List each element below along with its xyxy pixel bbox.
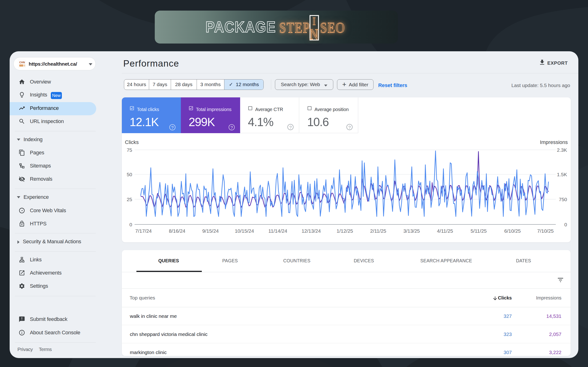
- svg-text:8/16/24: 8/16/24: [169, 228, 185, 234]
- svg-text:750: 750: [559, 197, 567, 202]
- svg-text:Clicks: Clicks: [125, 139, 139, 145]
- svg-text:7/10/25: 7/10/25: [537, 228, 554, 234]
- svg-text:0: 0: [564, 222, 567, 227]
- svg-text:10/15/24: 10/15/24: [235, 228, 254, 234]
- svg-text:2/11/25: 2/11/25: [370, 228, 386, 234]
- svg-text:25: 25: [127, 197, 132, 202]
- svg-text:0: 0: [129, 222, 132, 227]
- svg-text:4/11/25: 4/11/25: [437, 228, 453, 234]
- svg-text:7/17/24: 7/17/24: [135, 228, 152, 234]
- svg-text:Impressions: Impressions: [540, 139, 568, 145]
- svg-text:2.3K: 2.3K: [557, 147, 567, 153]
- svg-text:1/12/25: 1/12/25: [337, 228, 353, 234]
- svg-text:9/15/24: 9/15/24: [202, 228, 219, 234]
- svg-text:75: 75: [127, 147, 132, 153]
- svg-text:3/13/25: 3/13/25: [403, 228, 420, 234]
- svg-text:11/14/24: 11/14/24: [268, 228, 287, 234]
- svg-text:50: 50: [127, 172, 132, 177]
- svg-text:1.5K: 1.5K: [557, 172, 567, 177]
- svg-text:5/11/25: 5/11/25: [471, 228, 487, 234]
- svg-text:12/13/24: 12/13/24: [302, 228, 321, 234]
- svg-text:6/10/25: 6/10/25: [504, 228, 521, 234]
